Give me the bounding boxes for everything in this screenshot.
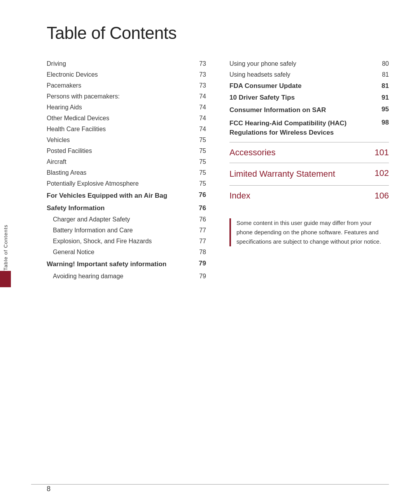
toc-entry-safety-information[interactable]: Safety Information 76 [47, 202, 206, 214]
toc-entry-driver-safety[interactable]: 10 Driver Safety Tips 91 [229, 92, 389, 104]
toc-entry-avoiding-hearing[interactable]: Avoiding hearing damage 79 [47, 271, 206, 282]
toc-entry-consumer-sar[interactable]: Consumer Information on SAR 95 [229, 104, 389, 117]
toc-entry-battery-info[interactable]: Battery Information and Care 77 [47, 225, 206, 236]
toc-entry-electronic-devices[interactable]: Electronic Devices 73 [47, 69, 206, 80]
divider-2 [229, 163, 389, 163]
toc-entry-charger-safety[interactable]: Charger and Adapter Safety 76 [47, 214, 206, 225]
toc-entry-warning-safety[interactable]: Warning! Important safety information 79 [47, 258, 206, 271]
left-column: Driving 73 Electronic Devices 73 Pacemak… [47, 58, 206, 282]
toc-entry-using-headsets-safely[interactable]: Using headsets safely 81 [229, 69, 389, 80]
right-column: Using your phone safely 80 Using headset… [229, 58, 389, 282]
toc-entry-hearing-aids[interactable]: Hearing Aids 74 [47, 102, 206, 113]
toc-entry-health-care[interactable]: Health Care Facilities 74 [47, 124, 206, 135]
note-text: Some content in this user guide may diff… [236, 218, 389, 246]
toc-entry-posted-facilities[interactable]: Posted Facilities 75 [47, 146, 206, 156]
toc-entry-other-medical[interactable]: Other Medical Devices 74 [47, 113, 206, 124]
toc-entry-vehicles[interactable]: Vehicles 75 [47, 135, 206, 146]
note-box: Some content in this user guide may diff… [229, 218, 389, 246]
page-title: Table of Contents [47, 23, 389, 43]
page-number: 8 [47, 485, 51, 493]
toc-entry-blasting-areas[interactable]: Blasting Areas 75 [47, 167, 206, 178]
toc-entry-aircraft[interactable]: Aircraft 75 [47, 156, 206, 167]
toc-entry-accessories[interactable]: Accessories 101 [229, 146, 389, 160]
toc-entry-explosive-atmosphere[interactable]: Potentially Explosive Atmosphere 75 [47, 178, 206, 189]
toc-entry-air-bag[interactable]: For Vehicles Equipped with an Air Bag 76 [47, 189, 206, 202]
page: Table of Contents Table of Contents Driv… [0, 0, 420, 504]
toc-entry-driving[interactable]: Driving 73 [47, 58, 206, 69]
toc-entry-pacemakers[interactable]: Pacemakers 73 [47, 80, 206, 91]
toc-entry-using-phone-safely[interactable]: Using your phone safely 80 [229, 58, 389, 69]
toc-entry-persons-pacemakers[interactable]: Persons with pacemakers: 74 [47, 91, 206, 102]
toc-entry-explosion-hazards[interactable]: Explosion, Shock, and Fire Hazards 77 [47, 236, 206, 247]
divider-1 [229, 142, 389, 142]
side-tab-bar [0, 271, 11, 287]
divider-3 [229, 185, 389, 186]
toc-entry-fcc-hearing[interactable]: FCC Hearing-Aid Compatibility (HAC) Regu… [229, 117, 389, 139]
side-tab: Table of Contents [0, 217, 11, 287]
toc-entry-index[interactable]: Index 106 [229, 189, 389, 203]
toc-entry-fda-consumer[interactable]: FDA Consumer Update 81 [229, 80, 389, 92]
toc-entry-general-notice[interactable]: General Notice 78 [47, 247, 206, 258]
side-tab-label: Table of Contents [3, 221, 9, 270]
toc-entry-limited-warranty[interactable]: Limited Warranty Statement 102 [229, 166, 389, 182]
toc-columns: Driving 73 Electronic Devices 73 Pacemak… [47, 58, 389, 282]
bottom-line [31, 484, 389, 485]
